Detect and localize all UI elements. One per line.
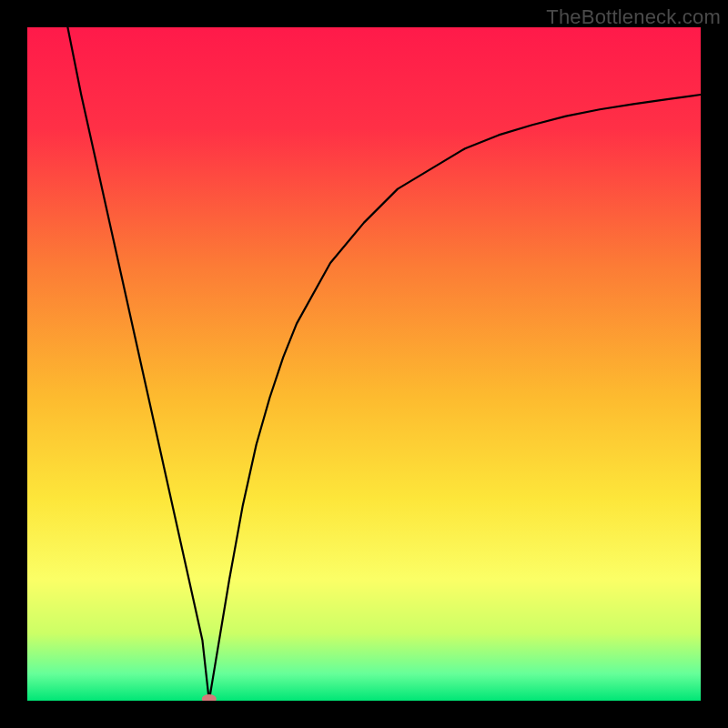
plot-frame [27, 27, 701, 701]
plot-svg [27, 27, 701, 701]
watermark-text: TheBottleneck.com [546, 5, 721, 29]
gradient-background [27, 27, 701, 701]
